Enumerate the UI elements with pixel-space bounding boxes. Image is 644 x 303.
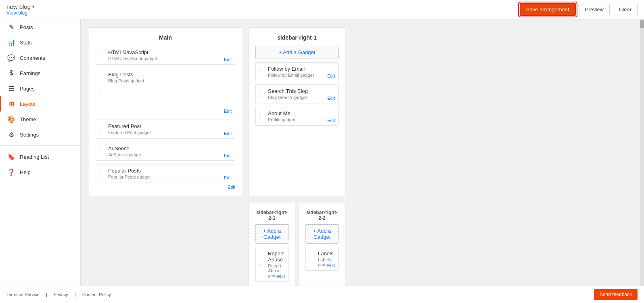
nav-icon-help: ❓ (8, 168, 15, 176)
gadget-content: Blog Posts Blog Posts gadget (108, 72, 231, 83)
gadget-edit-link[interactable]: Edit (277, 274, 285, 279)
add-gadget-btn-sr2-1[interactable]: + Add a Gadget (255, 224, 289, 244)
main-edit-link[interactable]: Edit (96, 185, 235, 189)
nav-icon-settings: ⚙ (8, 131, 15, 138)
save-arrangement-button[interactable]: Save arrangement (520, 3, 576, 16)
gadget-edit-link[interactable]: Edit (327, 263, 335, 268)
gadget-edit-link[interactable]: Edit (224, 175, 232, 180)
gadget-edit-link[interactable]: Edit (224, 57, 232, 62)
sidebar-item-help[interactable]: ❓ Help (0, 164, 80, 180)
gadget-handle: ⋮ (306, 247, 314, 270)
nav-icon-posts: ✎ (8, 23, 15, 31)
gadget-card[interactable]: ⋮ About Me Profile gadget Edit (255, 107, 339, 126)
gadget-edit-link[interactable]: Edit (224, 109, 232, 114)
gadget-subtitle: Follow by Email gadget (268, 73, 334, 78)
gadget-content: AdSense AdSense gadget (108, 145, 231, 157)
gadget-edit-link[interactable]: Edit (327, 96, 335, 101)
gadget-subtitle: Popular Posts gadget (108, 175, 231, 179)
gadget-handle: ⋮ (96, 120, 104, 138)
sidebar-item-settings[interactable]: ⚙ Settings (0, 127, 80, 142)
blog-title: new blog (6, 3, 31, 10)
add-gadget-plus-sr2-2: + (313, 228, 316, 234)
layout-row-1: Main ⋮ HTML/JavaScript HTML/JavaScript g… (89, 27, 632, 196)
gadget-card[interactable]: ⋮ Labels Labels gadget Edit (305, 247, 339, 271)
gadget-content: Search This Blog Blog Search gadget (268, 88, 334, 100)
top-bar: new blog ▾ View blog Save arrangement Pr… (0, 0, 644, 19)
sidebar-item-layout[interactable]: ⊞ Layout (0, 96, 80, 112)
gadget-title: About Me (268, 110, 334, 116)
footer-sep-2: | (75, 292, 76, 297)
nav-icon-reading-list: 🔖 (8, 153, 15, 160)
gadget-subtitle: Blog Search gadget (268, 95, 334, 100)
nav-label-layout: Layout (20, 101, 36, 107)
footer-sep-1: | (46, 292, 47, 297)
nav-label-comments: Comments (20, 55, 45, 61)
nav-icon-comments: 💬 (8, 54, 15, 61)
sidebar-item-pages[interactable]: ☰ Pages (0, 81, 80, 96)
add-gadget-plus-sr2-1: + (263, 228, 266, 234)
gadget-subtitle: Profile gadget (268, 117, 334, 122)
preview-button[interactable]: Preview (579, 4, 610, 15)
sidebar-item-earnings[interactable]: $ Earnings (0, 65, 80, 81)
sidebar-item-comments[interactable]: 💬 Comments (0, 50, 80, 65)
view-blog-link[interactable]: View blog (6, 10, 34, 16)
nav-bottom-container: 🔖 Reading List ❓ Help (0, 149, 80, 180)
content-policy-link[interactable]: Content Policy (82, 292, 111, 297)
add-gadget-label-sr2-1: Add a Gadget (263, 228, 281, 240)
gadget-subtitle: Blog Posts gadget (108, 78, 231, 83)
sidebar-item-reading-list[interactable]: 🔖 Reading List (0, 149, 80, 164)
bottom-bar: Terms of Service | Privacy | Content Pol… (0, 286, 644, 303)
gadget-title: AdSense (108, 145, 231, 152)
gadget-title: Report Abuse (268, 250, 284, 263)
right-scrollbar[interactable] (640, 19, 644, 286)
gadget-edit-link[interactable]: Edit (224, 153, 232, 158)
nav-label-pages: Pages (20, 86, 35, 92)
blog-dropdown-arrow[interactable]: ▾ (32, 4, 34, 9)
gadget-edit-link[interactable]: Edit (327, 74, 335, 78)
sidebar-right-2-2-section: sidebar-right-2-2 + Add a Gadget ⋮ Label… (299, 203, 345, 286)
top-bar-left: new blog ▾ View blog (6, 3, 34, 16)
sidebar-right-2-1-section: sidebar-right-2-1 + Add a Gadget ⋮ Repor… (249, 203, 295, 286)
sidebar-right-1-section: sidebar-right-1 + Add a Gadget ⋮ Follow … (249, 27, 345, 196)
add-gadget-btn-sr2-2[interactable]: + Add a Gadget (305, 224, 339, 244)
sr2-2-gadgets: ⋮ Labels Labels gadget Edit (305, 247, 339, 271)
sidebar-nav: ✎ Posts 📊 Stats 💬 Comments $ Earnings ☰ … (0, 19, 81, 286)
gadget-edit-link[interactable]: Edit (327, 118, 335, 123)
gadget-title: Popular Posts (108, 168, 231, 174)
sidebar-item-posts[interactable]: ✎ Posts (0, 19, 80, 35)
gadget-card[interactable]: ⋮ Report Abuse Report Abuse gadget Edit (255, 247, 289, 282)
gadget-handle: ⋮ (256, 85, 264, 103)
gadget-card[interactable]: ⋮ AdSense AdSense gadget Edit (96, 142, 235, 161)
add-gadget-label-sr2-2: Add a Gadget (314, 228, 331, 240)
gadget-handle: ⋮ (96, 46, 104, 64)
top-bar-right: Save arrangement Preview Clear (520, 3, 638, 16)
gadget-title: Labels (318, 250, 334, 257)
gadget-title: Follow by Email (268, 66, 334, 72)
gadget-title: Blog Posts (108, 72, 231, 78)
nav-items-container: ✎ Posts 📊 Stats 💬 Comments $ Earnings ☰ … (0, 19, 80, 142)
gadget-content: About Me Profile gadget (268, 110, 334, 122)
sidebar-item-stats[interactable]: 📊 Stats (0, 35, 80, 50)
gadget-card[interactable]: ⋮ Blog Posts Blog Posts gadget Edit (96, 68, 235, 116)
gadget-subtitle: HTML/JavaScript gadget (108, 56, 231, 61)
gadget-card[interactable]: ⋮ HTML/JavaScript HTML/JavaScript gadget… (96, 46, 235, 65)
gadget-edit-link[interactable]: Edit (224, 131, 232, 136)
sr1-gadgets: ⋮ Follow by Email Follow by Email gadget… (255, 62, 339, 126)
layout-row-2: sidebar-right-2-1 + Add a Gadget ⋮ Repor… (89, 203, 632, 286)
send-feedback-button[interactable]: Send feedback (594, 289, 638, 300)
nav-icon-layout: ⊞ (8, 100, 15, 107)
layout-row-2-spacer (89, 203, 242, 286)
main-section-title: Main (96, 34, 235, 41)
privacy-link[interactable]: Privacy (54, 292, 68, 297)
gadget-card[interactable]: ⋮ Popular Posts Popular Posts gadget Edi… (96, 164, 235, 183)
gadget-card[interactable]: ⋮ Search This Blog Blog Search gadget Ed… (255, 84, 339, 103)
sidebar-item-theme[interactable]: 🎨 Theme (0, 112, 80, 127)
nav-icon-theme: 🎨 (8, 116, 15, 123)
gadget-title: Search This Blog (268, 88, 334, 94)
nav-icon-stats: 📊 (8, 39, 15, 46)
gadget-card[interactable]: ⋮ Follow by Email Follow by Email gadget… (255, 62, 339, 81)
gadget-card[interactable]: ⋮ Featured Post Featured Post gadget Edi… (96, 120, 235, 139)
terms-link[interactable]: Terms of Service (6, 292, 40, 297)
add-gadget-btn-sr1[interactable]: + Add a Gadget (255, 46, 339, 59)
clear-button[interactable]: Clear (613, 4, 638, 15)
